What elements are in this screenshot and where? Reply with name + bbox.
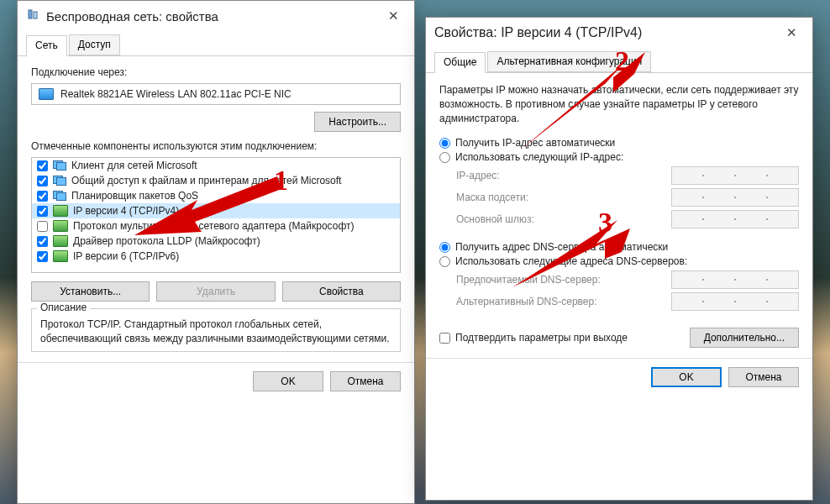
remove-button: Удалить: [156, 281, 275, 302]
component-label: Планировщик пакетов QoS: [71, 190, 198, 202]
close-icon[interactable]: ✕: [780, 22, 804, 44]
protocol-icon: [53, 220, 68, 232]
ip-manual-radio-row[interactable]: Использовать следующий IP-адрес:: [439, 151, 799, 163]
ip-manual-radio[interactable]: [439, 152, 450, 163]
confirm-exit-label: Подтвердить параметры при выходе: [455, 332, 628, 344]
gateway-label: Основной шлюз:: [456, 213, 671, 225]
advanced-button[interactable]: Дополнительно...: [690, 328, 799, 348]
ip-auto-label: Получить IP-адрес автоматически: [455, 137, 615, 149]
cancel-button[interactable]: Отмена: [728, 367, 799, 387]
dns-pref-label: Предпочитаемый DNS-сервер:: [456, 274, 671, 286]
subnet-mask-input: [671, 188, 799, 207]
ipv4-properties-dialog: Свойства: IP версии 4 (TCP/IPv4) ✕ Общие…: [425, 17, 813, 501]
tab-strip: Сеть Доступ: [18, 34, 414, 56]
dns-alt-label: Альтернативный DNS-сервер:: [456, 296, 671, 307]
dns-manual-label: Использовать следующие адреса DNS-сервер…: [455, 255, 687, 267]
tab-access[interactable]: Доступ: [69, 34, 120, 55]
close-icon[interactable]: ✕: [381, 5, 406, 27]
description-text: Протокол TCP/IP. Стандартный протокол гл…: [40, 318, 391, 346]
network-clients-icon: [53, 160, 66, 171]
protocol-icon: [53, 250, 68, 262]
svg-rect-0: [29, 10, 32, 18]
tab-strip: Общие Альтернативная конфигурация: [426, 51, 812, 73]
titlebar[interactable]: Беспроводная сеть: свойства ✕: [18, 1, 414, 31]
protocol-icon: [53, 205, 68, 217]
dialog-title: Беспроводная сеть: свойства: [46, 9, 218, 24]
ip-manual-label: Использовать следующий IP-адрес:: [455, 151, 623, 163]
adapter-name: Realtek 8821AE Wireless LAN 802.11ac PCI…: [60, 88, 292, 100]
adapter-box: Realtek 8821AE Wireless LAN 802.11ac PCI…: [31, 83, 401, 105]
component-item[interactable]: Общий доступ к файлам и принтерам для се…: [32, 173, 400, 188]
ip-address-input: [671, 166, 799, 185]
tab-general[interactable]: Общие: [434, 52, 486, 73]
adapter-icon: [39, 88, 54, 100]
dns-manual-radio[interactable]: [439, 256, 450, 267]
ip-auto-radio-row[interactable]: Получить IP-адрес автоматически: [439, 137, 799, 149]
component-checkbox[interactable]: [37, 160, 48, 171]
components-label: Отмеченные компоненты используются этим …: [31, 140, 401, 152]
component-label: IP версии 6 (TCP/IPv6): [73, 250, 179, 262]
network-adapter-icon: [26, 9, 39, 23]
dns-auto-label: Получить адрес DNS-сервера автоматически: [455, 241, 668, 253]
component-label: Общий доступ к файлам и принтерам для се…: [71, 175, 341, 186]
confirm-exit-checkbox[interactable]: [439, 333, 450, 344]
confirm-exit-row[interactable]: Подтвердить параметры при выходе: [439, 332, 690, 344]
configure-button[interactable]: Настроить...: [314, 112, 401, 132]
component-checkbox[interactable]: [37, 251, 48, 262]
component-checkbox[interactable]: [37, 221, 48, 232]
tab-alternate[interactable]: Альтернативная конфигурация: [487, 51, 651, 72]
cancel-button[interactable]: Отмена: [330, 371, 401, 391]
component-item[interactable]: IP версии 6 (TCP/IPv6): [32, 249, 400, 264]
component-checkbox[interactable]: [37, 176, 48, 186]
component-checkbox[interactable]: [37, 191, 48, 202]
dns-auto-radio[interactable]: [439, 242, 450, 253]
component-item[interactable]: Клиент для сетей Microsoft: [32, 158, 400, 173]
ok-button[interactable]: OK: [253, 371, 323, 391]
dns-pref-input: [671, 270, 799, 289]
gateway-input: [671, 210, 799, 228]
intro-text: Параметры IP можно назначать автоматичес…: [439, 83, 799, 125]
ip-auto-radio[interactable]: [439, 138, 450, 149]
component-label: IP версии 4 (TCP/IPv4): [73, 205, 179, 217]
connect-via-label: Подключение через:: [31, 66, 401, 78]
component-item[interactable]: Протокол мультиплексора сетевого адаптер…: [32, 218, 400, 234]
dialog-title: Свойства: IP версии 4 (TCP/IPv4): [434, 25, 642, 40]
wireless-properties-dialog: Беспроводная сеть: свойства ✕ Сеть Досту…: [17, 0, 415, 504]
component-item[interactable]: Драйвер протокола LLDP (Майкрософт): [32, 234, 400, 249]
protocol-icon: [53, 235, 68, 247]
ip-address-label: IP-адрес:: [456, 170, 671, 181]
subnet-mask-label: Маска подсети:: [456, 192, 671, 203]
dns-auto-radio-row[interactable]: Получить адрес DNS-сервера автоматически: [439, 241, 799, 253]
component-checkbox[interactable]: [37, 236, 48, 247]
install-button[interactable]: Установить...: [31, 281, 150, 302]
description-title: Описание: [37, 302, 90, 313]
component-checkbox[interactable]: [37, 206, 48, 217]
svg-rect-1: [34, 12, 37, 18]
tab-network[interactable]: Сеть: [26, 35, 67, 56]
network-clients-icon: [53, 191, 66, 201]
component-label: Драйвер протокола LLDP (Майкрософт): [73, 235, 260, 247]
component-label: Клиент для сетей Microsoft: [71, 160, 197, 171]
description-group: Описание Протокол TCP/IP. Стандартный пр…: [31, 308, 401, 352]
dns-manual-radio-row[interactable]: Использовать следующие адреса DNS-сервер…: [439, 255, 799, 267]
network-clients-icon: [53, 176, 66, 186]
properties-button[interactable]: Свойства: [282, 281, 401, 302]
dns-alt-input: [671, 292, 799, 311]
titlebar[interactable]: Свойства: IP версии 4 (TCP/IPv4) ✕: [426, 18, 812, 48]
component-item[interactable]: Планировщик пакетов QoS: [32, 188, 400, 203]
ok-button[interactable]: OK: [651, 367, 722, 387]
component-list[interactable]: Клиент для сетей MicrosoftОбщий доступ к…: [31, 157, 401, 273]
component-item[interactable]: IP версии 4 (TCP/IPv4): [32, 203, 400, 218]
component-label: Протокол мультиплексора сетевого адаптер…: [73, 220, 354, 232]
